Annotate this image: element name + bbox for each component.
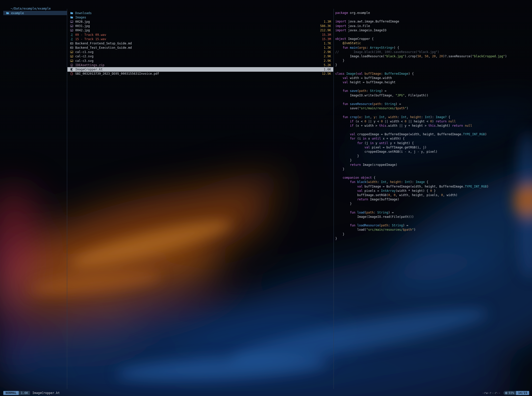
code-line: return Image(croppedImage): [335, 163, 532, 167]
code-line: object ImageCropper {: [335, 37, 532, 41]
list-item[interactable]: 0042.jpg212.9K: [67, 28, 333, 33]
vector-icon: [70, 59, 73, 62]
file-name: cal-c1.svg: [75, 50, 93, 54]
list-item[interactable]: Downloads: [67, 11, 333, 15]
file-name: 0028.jpg: [75, 20, 90, 23]
parent-dir-name: example: [11, 11, 24, 15]
code-line: ImageIO.write(buffImage, "JPG", File(pat…: [335, 93, 532, 98]
code-line: fun loadResource(path: String) =: [335, 223, 532, 228]
parent-pane[interactable]: example: [3, 9, 67, 389]
code-line: [335, 128, 532, 132]
list-item[interactable]: ♫09 - Track 09.wav15.3M: [67, 33, 333, 37]
code-line: val buffImage = BufferedImage(width, hei…: [335, 184, 532, 189]
image-icon: [70, 24, 73, 28]
file-name: Downloads: [75, 11, 92, 15]
folder-icon: [70, 16, 73, 19]
code-line: }: [335, 154, 532, 158]
folder-icon: [70, 12, 73, 15]
code-line: import java.awt.image.BufferedImage: [335, 19, 532, 24]
list-item[interactable]: Images: [67, 15, 333, 19]
file-name: 0031.jpg: [75, 24, 90, 28]
parent-pane-list: example: [3, 11, 67, 15]
percent-value: 93%: [509, 391, 514, 395]
code-line: return Image(buffImage): [335, 197, 532, 202]
list-item[interactable]: 0031.jpg586.3K: [67, 24, 333, 28]
file-name: SBI_0032013739_2023_DE05_0003155631Invoi…: [75, 72, 159, 75]
code-line: Image.loadResource("black.jpg").crop(50,…: [335, 54, 532, 59]
yazi-file-manager: ~/Data/example/example example Downloads…: [0, 0, 532, 396]
file-list: DownloadsImages0028.jpg1.3M0031.jpg586.3…: [67, 11, 333, 76]
current-pane[interactable]: DownloadsImages0028.jpg1.3M0031.jpg586.3…: [67, 9, 333, 389]
vector-icon: [70, 55, 73, 58]
percent-icon: [505, 392, 507, 394]
audio-icon: ♫: [70, 38, 73, 41]
list-item[interactable]: cal-c2.svg2.9K: [67, 54, 333, 59]
code-line: fun black(width: Int, height: Int): Imag…: [335, 180, 532, 184]
file-size: 15.3M: [319, 33, 331, 37]
pane-divider: [334, 9, 334, 389]
preview-pane[interactable]: package org.example import java.awt.imag…: [335, 9, 532, 389]
list-item[interactable]: ♫15 - Track 15.wav15.3M: [67, 37, 333, 41]
file-size: 15.3M: [319, 37, 331, 41]
code-line: for (i in x until x + width) {: [335, 137, 532, 141]
code-line: fun save(path: String) =: [335, 89, 532, 93]
file-name: Backend_Frontend_Setup_Guide.md: [75, 42, 132, 45]
code-line: val pixel = buffImage.getRGB(i, j): [335, 145, 532, 150]
list-item[interactable]: SBI_0032013739_2023_DE05_0003155631Invoi…: [67, 72, 333, 76]
list-item[interactable]: cal-c3.svg2.9K: [67, 59, 333, 63]
file-name: 0042.jpg: [75, 29, 90, 32]
list-item[interactable]: Backend_Test_Execution_Guide.md1.3K: [67, 46, 333, 50]
code-line: for (j in y until y + height) {: [335, 141, 532, 145]
file-size: 212.9K: [317, 29, 331, 32]
code-line: val width = buffImage.width: [335, 76, 532, 80]
code-line: Image(ImageIO.read(File(path))): [335, 215, 532, 219]
file-size: 1.3M: [321, 20, 331, 23]
code-line: package org.example: [335, 11, 532, 15]
status-bar: NORMAL 1.6K ImageCropper.kt -rw-r--r-- 9…: [3, 390, 529, 395]
file-size-badge: 1.6K: [19, 391, 30, 395]
file-size: 586.3K: [317, 24, 331, 28]
file-size: 1.7K: [321, 42, 331, 45]
code-line: }: [335, 59, 532, 63]
code-line: fun saveResource(path: String) =: [335, 102, 532, 106]
code-line: fun load(path: String) =: [335, 210, 532, 215]
file-name: ImageCropper.kt: [75, 68, 103, 71]
code-line: import java.io.File: [335, 24, 532, 28]
image-icon: [70, 29, 73, 32]
code-line: fun main(args: Array<String>) {: [335, 46, 532, 50]
file-size: 1.6K: [321, 68, 331, 71]
status-filename: ImageCropper.kt: [32, 391, 60, 395]
code-line: }: [335, 63, 532, 67]
code-line: }: [335, 232, 532, 236]
audio-icon: ♫: [70, 33, 73, 36]
code-line: [335, 111, 532, 115]
list-item[interactable]: ImageCropper.kt1.6K: [67, 67, 333, 71]
code-line: }: [335, 158, 532, 163]
code-line: load("src/main/resources/$path"): [335, 228, 532, 232]
code-line: [335, 206, 532, 210]
list-item[interactable]: cal-c1.svg2.9K: [67, 50, 333, 54]
code-line: buffImage.setRGB(0, 0, width, height, pi…: [335, 193, 532, 197]
parent-dir-item[interactable]: example: [3, 11, 67, 15]
code-line: val pixels = IntArray(width * height) { …: [335, 189, 532, 193]
file-size: 12.5K: [319, 72, 331, 75]
code-line: @JvmStatic: [335, 41, 532, 45]
code-line: import javax.imageio.ImageIO: [335, 28, 532, 33]
code-line: companion object {: [335, 176, 532, 180]
list-item[interactable]: 0028.jpg1.3M: [67, 19, 333, 24]
file-name: IDEAsettings.zip: [75, 63, 105, 67]
vector-icon: [70, 50, 73, 54]
code-line: [335, 219, 532, 223]
list-item[interactable]: Backend_Frontend_Setup_Guide.md1.7K: [67, 41, 333, 45]
code-line: save("src/main/resources/$path"): [335, 106, 532, 111]
code-line: fun crop(x: Int, y: Int, width: Int, hei…: [335, 115, 532, 119]
file-size: 1.3K: [321, 46, 331, 49]
list-item[interactable]: IDEAsettings.zip5.2K: [67, 63, 333, 67]
pdf-icon: [70, 72, 73, 75]
markdown-icon: [70, 46, 73, 49]
file-name: cal-c2.svg: [75, 55, 93, 58]
mode-badge: NORMAL: [3, 391, 19, 395]
code-line: val height = buffImage.height: [335, 80, 532, 85]
file-size: 2.9K: [321, 50, 331, 54]
code-line: // Image.black(100, 100).saveResource("b…: [335, 50, 532, 54]
